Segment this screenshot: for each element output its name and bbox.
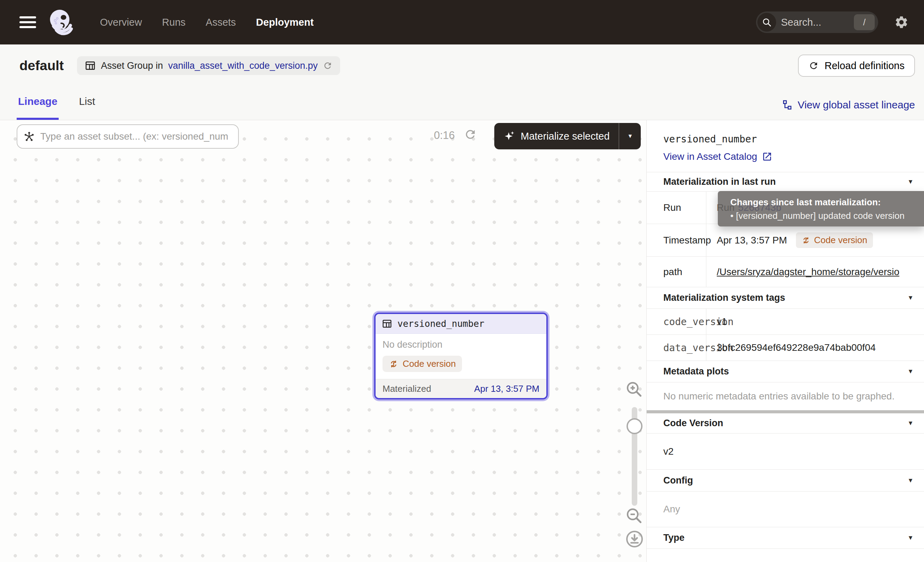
dagster-logo[interactable] xyxy=(46,7,76,37)
table-row: Timestamp Apr 13, 3:57 PM Code version xyxy=(646,224,924,257)
nav-item-deployment[interactable]: Deployment xyxy=(256,17,314,28)
code-version-tag-label: code_version xyxy=(646,309,706,335)
panel-divider xyxy=(646,410,924,413)
materialized-status-label: Materialized xyxy=(382,383,431,394)
view-in-asset-catalog-label: View in Asset Catalog xyxy=(663,151,757,162)
breadcrumb-file-link[interactable]: vanilla_asset_with_code_version.py xyxy=(168,60,318,71)
nav-links: Overview Runs Assets Deployment xyxy=(100,17,314,28)
zoom-slider-handle[interactable] xyxy=(627,418,642,434)
tooltip-title: Changes since last materialization: xyxy=(730,197,924,208)
gear-icon[interactable] xyxy=(894,15,909,30)
table-icon xyxy=(382,319,392,329)
table-row: path /Users/sryza/dagster_home/storage/v… xyxy=(646,257,924,287)
refresh-timer: 0:16 xyxy=(434,129,455,142)
materialize-selected-label: Materialize selected xyxy=(520,131,609,142)
data-version-tag-value: 3bfc269594ef649228e9a74bab00f04 xyxy=(706,335,924,361)
top-nav: Overview Runs Assets Deployment / xyxy=(0,0,924,45)
tooltip-item: • [versioned_number] updated code versio… xyxy=(730,210,924,221)
tab-list[interactable]: List xyxy=(77,85,96,120)
section-type[interactable]: Type ▼ xyxy=(646,527,924,549)
refresh-icon[interactable] xyxy=(323,61,333,71)
asset-node-footer: Materialized Apr 13, 3:57 PM xyxy=(376,379,546,398)
page-title: default xyxy=(20,58,64,73)
asset-node-header: versioned_number xyxy=(376,314,546,334)
materialized-timestamp-link[interactable]: Apr 13, 3:57 PM xyxy=(474,383,539,394)
timestamp-row-label: Timestamp xyxy=(646,224,706,256)
section-header-label: Type xyxy=(663,532,684,543)
section-header-label: Materialization system tags xyxy=(663,293,785,303)
reload-definitions-button[interactable]: Reload definitions xyxy=(798,54,915,77)
asset-subset-input[interactable] xyxy=(40,131,232,143)
sync-alert-icon xyxy=(389,359,399,369)
code-version-value: v2 xyxy=(646,433,924,470)
zoom-in-icon[interactable] xyxy=(625,380,643,398)
section-code-version[interactable]: Code Version ▼ xyxy=(646,413,924,433)
lineage-graph-icon xyxy=(782,99,793,110)
path-value-link[interactable]: /Users/sryza/dagster_home/storage/versio xyxy=(717,266,899,278)
asset-subset-filter[interactable] xyxy=(16,124,239,149)
reload-definitions-label: Reload definitions xyxy=(824,60,904,72)
asset-node-description: No description xyxy=(382,340,539,350)
view-global-asset-lineage-link[interactable]: View global asset lineage xyxy=(782,99,915,111)
breadcrumb-prefix: Asset Group in xyxy=(101,60,163,71)
view-global-asset-lineage-label: View global asset lineage xyxy=(798,99,915,111)
code-version-tag[interactable]: Code version xyxy=(382,356,462,372)
chevron-down-icon[interactable]: ▼ xyxy=(908,368,914,375)
chevron-down-icon[interactable]: ▼ xyxy=(908,477,914,484)
section-metadata-plots[interactable]: Metadata plots ▼ xyxy=(646,361,924,382)
view-in-asset-catalog-link[interactable]: View in Asset Catalog xyxy=(663,151,772,162)
path-row-label: path xyxy=(646,257,706,287)
download-image-icon[interactable] xyxy=(625,529,644,549)
chevron-down-icon[interactable]: ▼ xyxy=(908,419,914,427)
materialize-dropdown-caret[interactable]: ▼ xyxy=(619,123,641,149)
changes-tooltip: Changes since last materialization: • [v… xyxy=(718,191,924,227)
section-materialization-system-tags[interactable]: Materialization system tags ▼ xyxy=(646,287,924,309)
table-row: data_version 3bfc269594ef649228e9a74bab0… xyxy=(646,335,924,361)
timestamp-value: Apr 13, 3:57 PM xyxy=(717,235,787,246)
config-value: Any xyxy=(646,491,924,527)
code-version-badge[interactable]: Code version xyxy=(796,232,873,248)
code-version-tag-value: v1 xyxy=(706,309,924,335)
asset-node-title: versioned_number xyxy=(398,319,484,329)
run-row-label: Run xyxy=(646,192,706,224)
data-version-tag-label: data_version xyxy=(646,335,706,361)
section-header-label: Materialization in last run xyxy=(663,176,776,187)
refresh-icon[interactable] xyxy=(464,128,477,141)
nav-item-overview[interactable]: Overview xyxy=(100,17,142,28)
sidebar-asset-title: versioned_number xyxy=(663,134,924,145)
asset-group-icon xyxy=(85,60,96,71)
nav-item-assets[interactable]: Assets xyxy=(206,17,236,28)
chevron-down-icon[interactable]: ▼ xyxy=(908,178,914,185)
tab-lineage[interactable]: Lineage xyxy=(16,85,58,120)
dagster-logo-icon xyxy=(46,7,76,37)
search-shortcut-badge: / xyxy=(854,14,875,30)
nav-item-runs[interactable]: Runs xyxy=(162,17,186,28)
op-selector-icon xyxy=(24,131,35,142)
search-box[interactable]: / xyxy=(756,12,878,33)
section-header-label: Config xyxy=(663,475,693,486)
metadata-empty-message: No numeric metadata entries available to… xyxy=(646,382,924,410)
materialize-selected-button[interactable]: Materialize selected ▼ xyxy=(494,123,641,149)
search-icon xyxy=(758,13,776,32)
view-tabs: Lineage List xyxy=(16,85,96,120)
sparkle-icon xyxy=(503,130,515,142)
table-row: code_version v1 xyxy=(646,309,924,335)
zoom-out-icon[interactable] xyxy=(625,506,643,524)
asset-node-versioned-number[interactable]: versioned_number No description Code ver… xyxy=(374,313,548,400)
menu-icon[interactable] xyxy=(20,14,36,31)
reload-icon xyxy=(808,60,819,71)
breadcrumb: Asset Group in vanilla_asset_with_code_v… xyxy=(77,56,340,75)
external-link-icon xyxy=(762,152,772,162)
lineage-canvas[interactable]: 0:16 Materialize selected ▼ versioned_nu… xyxy=(0,120,646,562)
page-header: default Asset Group in vanilla_asset_wit… xyxy=(0,45,924,120)
chevron-down-icon[interactable]: ▼ xyxy=(908,294,914,302)
section-config[interactable]: Config ▼ xyxy=(646,470,924,491)
search-input[interactable] xyxy=(776,17,854,28)
code-version-badge-label: Code version xyxy=(814,235,867,246)
chevron-down-icon[interactable]: ▼ xyxy=(908,534,914,541)
section-header-label: Metadata plots xyxy=(663,366,729,377)
section-header-label: Code Version xyxy=(663,418,723,428)
asset-sidebar: versioned_number View in Asset Catalog M… xyxy=(646,120,924,562)
sync-alert-icon xyxy=(801,236,810,245)
section-materialization-last-run[interactable]: Materialization in last run ▼ xyxy=(646,172,924,192)
